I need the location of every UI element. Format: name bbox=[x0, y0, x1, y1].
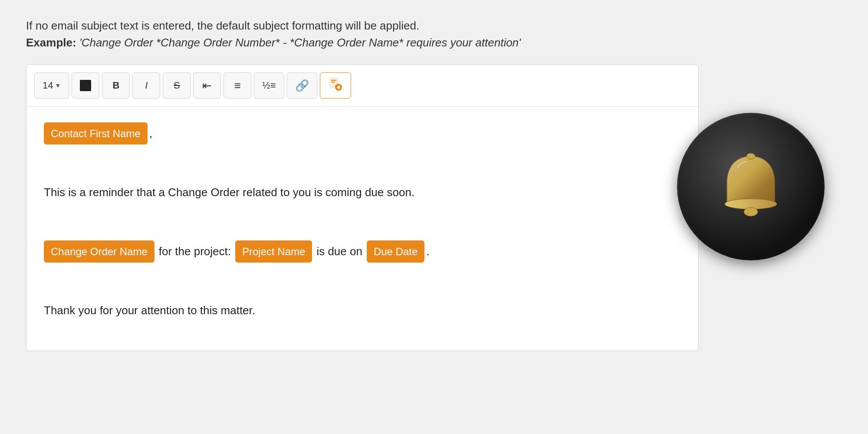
editor-toolbar: 14 ▼ B I S ⇤ ≡ ½≡ bbox=[26, 65, 698, 107]
align-center-button[interactable]: ≡ bbox=[224, 72, 251, 99]
body-text: This is a reminder that a Change Order r… bbox=[44, 182, 414, 203]
info-line1: If no email subject text is entered, the… bbox=[26, 19, 419, 32]
spacer-line-3 bbox=[44, 267, 681, 287]
spacer-line-1 bbox=[44, 149, 681, 169]
ordered-list-button[interactable]: ½≡ bbox=[254, 72, 284, 99]
font-size-dropdown-arrow: ▼ bbox=[55, 82, 61, 89]
period: . bbox=[426, 241, 429, 262]
align-left-icon: ⇤ bbox=[202, 79, 212, 92]
strikethrough-icon: S bbox=[174, 80, 180, 91]
color-picker-button[interactable] bbox=[72, 72, 99, 99]
is-due-on-text: is due on bbox=[316, 241, 362, 262]
bell-svg bbox=[707, 143, 794, 230]
bell-notification-icon bbox=[677, 113, 825, 260]
closing-text: Thank you for your attention to this mat… bbox=[44, 300, 255, 321]
body-text-line: This is a reminder that a Change Order r… bbox=[44, 182, 681, 203]
svg-point-2 bbox=[338, 86, 339, 88]
bold-button[interactable]: B bbox=[102, 72, 130, 99]
spacer-line-2 bbox=[44, 207, 681, 227]
change-order-line: Change Order Name for the project: Proje… bbox=[44, 240, 681, 263]
closing-line: Thank you for your attention to this mat… bbox=[44, 300, 681, 321]
project-name-tag[interactable]: Project Name bbox=[235, 240, 312, 263]
info-example-text: 'Change Order *Change Order Number* - *C… bbox=[76, 36, 521, 49]
due-date-tag[interactable]: Due Date bbox=[367, 240, 424, 263]
info-example-bold: Example: bbox=[26, 36, 76, 49]
contact-first-name-tag[interactable]: Contact First Name bbox=[44, 122, 148, 145]
svg-point-5 bbox=[746, 153, 755, 159]
link-button[interactable]: 🔗 bbox=[287, 72, 317, 99]
insert-field-icon bbox=[328, 77, 343, 95]
page-container: If no email subject text is entered, the… bbox=[26, 17, 842, 351]
greeting-line: Contact First Name, bbox=[44, 122, 681, 145]
greeting-comma: , bbox=[149, 123, 152, 144]
font-size-selector[interactable]: 14 ▼ bbox=[34, 72, 69, 99]
email-editor: 14 ▼ B I S ⇤ ≡ ½≡ bbox=[26, 64, 699, 351]
bell-circle bbox=[677, 113, 825, 260]
change-order-name-tag[interactable]: Change Order Name bbox=[44, 240, 155, 263]
italic-button[interactable]: I bbox=[132, 72, 160, 99]
color-square bbox=[80, 80, 91, 91]
align-center-icon: ≡ bbox=[234, 79, 241, 92]
ordered-list-icon: ½≡ bbox=[262, 80, 276, 91]
align-left-button[interactable]: ⇤ bbox=[193, 72, 221, 99]
editor-content[interactable]: Contact First Name, This is a reminder t… bbox=[26, 107, 698, 351]
svg-point-4 bbox=[744, 207, 758, 216]
info-block: If no email subject text is entered, the… bbox=[26, 17, 842, 51]
strikethrough-button[interactable]: S bbox=[163, 72, 191, 99]
link-icon: 🔗 bbox=[295, 79, 309, 92]
insert-field-button[interactable] bbox=[320, 72, 351, 99]
for-project-text: for the project: bbox=[159, 241, 231, 262]
